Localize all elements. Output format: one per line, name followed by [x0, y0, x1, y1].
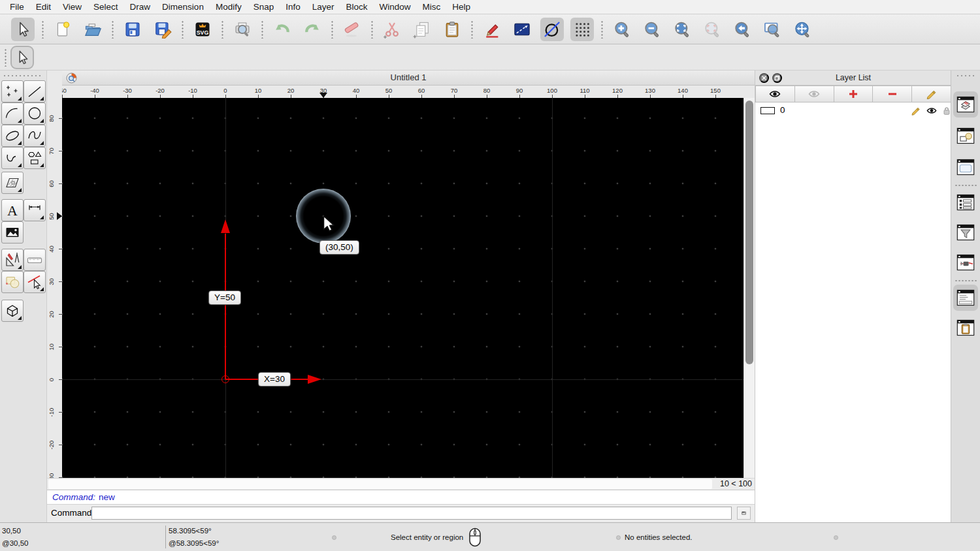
spline-tool-button[interactable] [24, 125, 46, 147]
dock-layer-list-button[interactable] [953, 91, 978, 118]
menu-edit[interactable]: Edit [30, 2, 57, 12]
right-dock-toolbar [951, 71, 980, 522]
delete-button[interactable] [340, 18, 364, 41]
print-preview-button[interactable] [231, 18, 254, 41]
layer-color-swatch[interactable] [760, 107, 775, 114]
menu-snap[interactable]: Snap [248, 2, 280, 12]
dock-entity-list-button[interactable] [953, 189, 978, 215]
dock-command-line-button[interactable] [953, 285, 978, 311]
zoom-window-button[interactable] [760, 18, 784, 41]
delete-icon [343, 20, 361, 39]
dock-block-list-button[interactable] [953, 123, 978, 149]
menu-dimension[interactable]: Dimension [156, 2, 210, 12]
horizontal-scrollbar[interactable] [48, 479, 712, 489]
zoom-selection-button[interactable] [700, 18, 724, 41]
mouse-cursor-icon [323, 215, 336, 234]
select-pointer-button[interactable] [11, 18, 35, 41]
paste-button[interactable] [440, 18, 464, 41]
dock-pen-wizard-button[interactable] [953, 249, 978, 276]
add-layer-icon [847, 89, 859, 99]
menu-layer[interactable]: Layer [306, 2, 340, 12]
vertical-scrollbar[interactable] [743, 98, 755, 478]
menu-window[interactable]: Window [374, 2, 417, 12]
polyline-tool-button[interactable] [1, 147, 24, 169]
selection-pointer-button[interactable] [10, 46, 34, 69]
text-tool-button[interactable]: A [1, 199, 24, 221]
line-icon [26, 83, 43, 100]
toolbox-drag-handle[interactable] [3, 74, 42, 77]
redo-button[interactable] [301, 18, 324, 41]
absolute-coordinates: 30,50 [2, 527, 21, 535]
eye-open-icon[interactable] [926, 106, 937, 116]
points-tool-button[interactable] [1, 80, 24, 102]
remove-layer-button[interactable] [873, 86, 912, 102]
ruler-tick-label: 60 [48, 174, 55, 194]
undo-button[interactable] [270, 18, 294, 41]
ruler-tick-label: 50 [48, 207, 55, 227]
menu-file[interactable]: File [4, 2, 30, 12]
cut-button[interactable] [380, 18, 404, 41]
detach-command-button[interactable] [737, 507, 751, 520]
save-button[interactable] [121, 18, 144, 41]
line-preview-button[interactable] [510, 18, 534, 41]
edit-pencil-icon[interactable] [911, 106, 921, 116]
command-line-dock-icon [956, 288, 975, 307]
polygon-tool-button[interactable] [24, 147, 46, 169]
dock-drag-handle[interactable] [956, 74, 977, 77]
drawing-window-titlebar[interactable]: Untitled 1 [62, 71, 755, 86]
zoom-in-button[interactable] [610, 18, 634, 41]
ruler-tick-label: 90 [510, 87, 529, 94]
ellipse-tool-button[interactable] [1, 125, 24, 147]
grid-toggle-button[interactable] [570, 18, 594, 41]
pen-button[interactable] [480, 18, 504, 41]
zoom-pan-button[interactable] [791, 18, 814, 41]
hatch-tool-button[interactable] [1, 172, 24, 194]
menu-help[interactable]: Help [446, 2, 476, 12]
menu-select[interactable]: Select [88, 2, 124, 12]
menu-block[interactable]: Block [340, 2, 374, 12]
draw-order-button[interactable] [540, 18, 564, 41]
image-tool-button[interactable] [1, 221, 24, 244]
command-input[interactable] [91, 507, 732, 520]
dimension-tool-button[interactable] [24, 199, 46, 221]
zoom-out-button[interactable] [640, 18, 664, 41]
zoom-previous-button[interactable] [730, 18, 754, 41]
command-history-prefix: Command: [52, 492, 95, 502]
circle-tool-button[interactable] [24, 102, 46, 125]
x-axis-label: X=30 [258, 372, 291, 386]
toolbar-separator [261, 20, 263, 39]
remove-layer-icon [887, 89, 898, 99]
dock-clipboard-button[interactable] [953, 315, 978, 341]
svg-export-button[interactable]: SVG [191, 18, 214, 41]
solids-tool-button[interactable] [1, 300, 24, 322]
menu-info[interactable]: Info [280, 2, 306, 12]
layer-row[interactable]: 0 [755, 104, 951, 118]
dock-library-browser-button[interactable] [953, 154, 978, 180]
modify-tool-button[interactable] [1, 271, 24, 293]
add-layer-button[interactable] [834, 86, 874, 102]
hide-all-layers-button[interactable] [795, 86, 834, 102]
show-all-layers-button[interactable] [755, 86, 795, 102]
misc-draw-tool-button[interactable] [1, 249, 24, 271]
vertical-scrollbar-thumb[interactable] [745, 101, 753, 364]
toolbar-drag-handle[interactable] [5, 48, 7, 67]
menu-misc[interactable]: Misc [417, 2, 447, 12]
arc-tool-button[interactable] [1, 102, 24, 125]
metagrid-line [62, 379, 743, 380]
dock-entity-filter-button[interactable] [953, 219, 978, 245]
copy-button[interactable] [410, 18, 434, 41]
line-tool-button[interactable] [24, 80, 46, 102]
drawing-canvas[interactable]: (30,50) Y=50 X=30 [62, 98, 743, 478]
menu-view[interactable]: View [57, 2, 88, 12]
zoom-auto-button[interactable] [670, 18, 694, 41]
svg-text:A: A [7, 202, 18, 219]
menu-draw[interactable]: Draw [124, 2, 157, 12]
tool-options-toolbar [0, 44, 980, 71]
select-entity-tool-button[interactable] [24, 271, 46, 293]
menu-modify[interactable]: Modify [210, 2, 248, 12]
measure-tool-button[interactable] [24, 249, 46, 271]
open-drawing-button[interactable] [81, 18, 105, 41]
edit-layer-button[interactable] [912, 86, 951, 102]
save-as-button[interactable] [151, 18, 174, 41]
new-drawing-button[interactable] [51, 18, 74, 41]
